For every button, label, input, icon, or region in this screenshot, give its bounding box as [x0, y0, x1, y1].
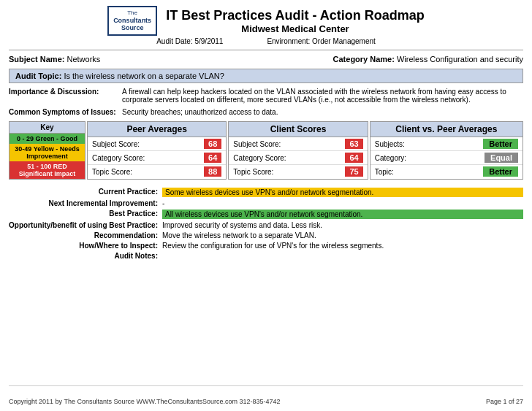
cvp-category-label: Category: — [375, 154, 406, 162]
client-subject-row: Subject Score: 63 — [229, 137, 367, 151]
cvp-subjects-badge: Better — [483, 139, 518, 149]
audit-notes-label: Audit Notes: — [9, 252, 162, 260]
peer-category-value: 64 — [204, 153, 221, 163]
next-incremental-label: Next Incremental Improvement: — [9, 199, 162, 207]
logo-source: Source — [113, 24, 151, 32]
footer: Copyright 2011 by The Consultants Source… — [9, 385, 523, 405]
page: The Consultants Source IT Best Practices… — [0, 0, 532, 411]
logo-consultants: Consultants — [113, 17, 151, 25]
symptoms-label: Common Symptoms of Issues: — [9, 108, 122, 116]
category-field: Category Name: Wireless Configuration an… — [333, 55, 523, 64]
current-practice-row: Current Practice: Some wireless devices … — [9, 188, 523, 197]
category-value: Wireless Configuration and security — [397, 55, 523, 64]
best-practice-label: Best Practice: — [9, 210, 162, 218]
peer-averages-box: Peer Averages Subject Score: 68 Category… — [87, 121, 227, 180]
sub-title: Midwest Medical Center — [166, 23, 425, 34]
how-where-row: How/Where to Inspect: Review the configu… — [9, 242, 523, 250]
cvp-subjects-row: Subjects: Better — [370, 137, 522, 151]
peer-topic-row: Topic Score: 88 — [88, 165, 226, 178]
category-label: Category Name: — [333, 55, 395, 64]
client-scores-box: Client Scores Subject Score: 63 Category… — [228, 121, 368, 180]
cvp-category-badge: Equal — [484, 153, 518, 163]
cvp-title: Client vs. Peer Averages — [370, 122, 522, 137]
environment: Environment: Order Management — [267, 37, 375, 45]
how-where-value: Review the configuration for use of VPN'… — [162, 242, 523, 250]
subject-field: Subject Name: Networks — [9, 55, 100, 64]
key-title: Key — [10, 122, 85, 134]
client-subject-label: Subject Score: — [233, 140, 281, 148]
importance-label: Importance & Discussion: — [9, 88, 122, 96]
peer-subject-label: Subject Score: — [92, 140, 140, 148]
main-title: IT Best Practices Audit - Action Roadmap — [166, 8, 425, 23]
recommendation-row: Recommendation: Move the wireless networ… — [9, 231, 523, 239]
audit-topic-value: Is the wireless network on a separate VL… — [64, 72, 224, 80]
client-scores-title: Client Scores — [229, 122, 367, 137]
next-incremental-value: - — [162, 199, 523, 207]
peer-subject-value: 68 — [204, 139, 221, 149]
next-incremental-row: Next Incremental Improvement: - — [9, 199, 523, 207]
cvp-topic-row: Topic: Better — [370, 165, 522, 178]
how-where-label: How/Where to Inspect: — [9, 242, 162, 250]
audit-topic-row: Audit Topic: Is the wireless network on … — [9, 69, 523, 83]
opportunity-row: Opportunity/benefit of using Best Practi… — [9, 221, 523, 229]
info-section: Current Practice: Some wireless devices … — [9, 185, 523, 262]
peer-category-label: Category Score: — [92, 154, 145, 162]
symptoms-text: Security breaches; unauthorized access t… — [122, 108, 278, 116]
recommendation-value: Move the wireless network to a separate … — [162, 231, 523, 239]
current-practice-value: Some wireless devices use VPN's and/or n… — [162, 188, 523, 197]
client-category-value: 64 — [345, 153, 362, 163]
client-topic-label: Topic Score: — [233, 168, 273, 176]
symptoms-row: Common Symptoms of Issues: Security brea… — [9, 108, 523, 116]
best-practice-value: All wireless devices use VPN's and/or ne… — [162, 210, 523, 219]
footer-right: Page 1 of 27 — [486, 398, 523, 405]
cvp-subjects-label: Subjects: — [375, 140, 405, 148]
logo-the: The — [113, 9, 151, 17]
subject-label: Subject Name: — [9, 55, 64, 64]
logo: The Consultants Source — [107, 6, 157, 36]
client-topic-value: 75 — [345, 166, 362, 177]
opportunity-label: Opportunity/benefit of using Best Practi… — [9, 221, 162, 229]
audit-notes-row: Audit Notes: — [9, 252, 523, 260]
peer-averages-title: Peer Averages — [88, 122, 226, 137]
footer-left: Copyright 2011 by The Consultants Source… — [9, 398, 281, 405]
importance-row: Importance & Discussion: A firewall can … — [9, 88, 523, 104]
audit-info: Audit Date: 5/9/2011 Environment: Order … — [9, 37, 523, 45]
recommendation-label: Recommendation: — [9, 231, 162, 239]
best-practice-row: Best Practice: All wireless devices use … — [9, 210, 523, 219]
peer-topic-label: Topic Score: — [92, 168, 132, 176]
key-red: 51 - 100 RED Significant Impact — [10, 161, 85, 179]
audit-date: Audit Date: 5/9/2011 — [156, 37, 223, 45]
subject-value: Networks — [66, 55, 100, 64]
client-topic-row: Topic Score: 75 — [229, 165, 367, 178]
client-category-label: Category Score: — [233, 154, 286, 162]
key-box: Key 0 - 29 Green - Good 30-49 Yellow - N… — [9, 121, 86, 180]
audit-topic-label: Audit Topic: — [15, 72, 61, 80]
peer-category-row: Category Score: 64 — [88, 151, 226, 165]
cvp-topic-label: Topic: — [375, 168, 394, 176]
key-yellow: 30-49 Yellow - Needs Improvement — [10, 144, 85, 161]
header: The Consultants Source IT Best Practices… — [9, 6, 523, 45]
cvp-topic-badge: Better — [483, 166, 518, 177]
importance-text: A firewall can help keep hackers located… — [122, 88, 523, 104]
current-practice-label: Current Practice: — [9, 188, 162, 196]
subject-category-row: Subject Name: Networks Category Name: Wi… — [9, 55, 523, 64]
opportunity-value: Improved security of systems and data. L… — [162, 221, 523, 229]
peer-topic-value: 88 — [204, 166, 221, 177]
client-category-row: Category Score: 64 — [229, 151, 367, 165]
cvp-category-row: Category: Equal — [370, 151, 522, 165]
key-green: 0 - 29 Green - Good — [10, 134, 85, 144]
cvp-box: Client vs. Peer Averages Subjects: Bette… — [370, 121, 523, 180]
peer-subject-row: Subject Score: 68 — [88, 137, 226, 151]
scores-section: Key 0 - 29 Green - Good 30-49 Yellow - N… — [9, 121, 523, 180]
client-subject-value: 63 — [345, 139, 362, 149]
